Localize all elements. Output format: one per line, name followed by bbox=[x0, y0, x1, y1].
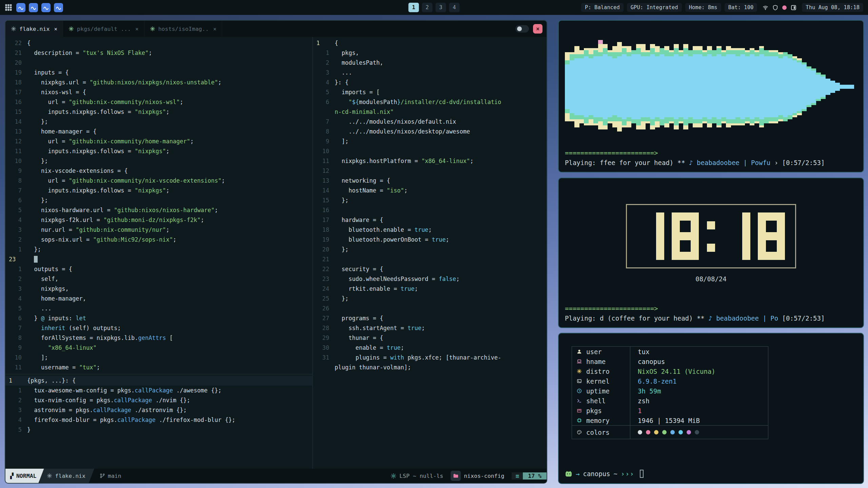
code-line: 15 inputs.nixpkgs.follows = "nixpkgs"; bbox=[5, 107, 312, 117]
code-line: 31 plugins = with pkgs.xfce; [thunar-arc… bbox=[313, 353, 547, 363]
fetch-label: distro bbox=[586, 368, 610, 375]
editor-tab[interactable]: hosts/isoImag..× bbox=[144, 21, 222, 37]
desktop: 1234 P: BalancedGPU: IntegratedHome: 8ms… bbox=[0, 0, 868, 488]
topbar: 1234 P: BalancedGPU: IntegratedHome: 8ms… bbox=[0, 0, 868, 15]
code-line: 7 inherit (self) outputs; bbox=[5, 323, 312, 333]
wifi-icon[interactable] bbox=[763, 5, 768, 11]
code-line: 18 bluetooth.enable = true; bbox=[313, 225, 547, 235]
code-line: 3 ... bbox=[313, 68, 547, 78]
code-line: 23 sudo.wheelNeedsPassword = false; bbox=[313, 274, 547, 284]
fetch-label: uptime bbox=[586, 387, 610, 395]
app-icon[interactable] bbox=[29, 3, 38, 12]
color-dot bbox=[662, 430, 667, 434]
shell-icon bbox=[577, 398, 582, 403]
code-pane-iso[interactable]: 1{1 pkgs,2 modulesPath,3 ...4}: {5 impor… bbox=[313, 37, 547, 469]
code-line: 1 tux-awesome-wm-config = pkgs.callPacka… bbox=[5, 386, 312, 395]
code-line: n-cd-minimal.nix" bbox=[313, 107, 547, 117]
fetch-value: canopus bbox=[630, 358, 665, 365]
track-text: Playing: d (coffee for your head) ** bbox=[565, 314, 708, 322]
nix-icon bbox=[68, 26, 74, 32]
app-icon[interactable] bbox=[16, 3, 25, 12]
track-artist: beabadoobee | Po bbox=[716, 314, 778, 322]
code-line: 6 } @ inputs: let bbox=[5, 313, 312, 323]
code-line: 10 ]; bbox=[5, 353, 312, 363]
fetch-label: hname bbox=[586, 358, 606, 365]
layout-icon[interactable] bbox=[791, 5, 796, 11]
prompt-host: canopus bbox=[583, 470, 610, 477]
box-icon bbox=[577, 408, 582, 413]
workspace-button[interactable]: 4 bbox=[449, 3, 460, 12]
now-playing: Playing: ffee for your head) ** ♪ beabad… bbox=[565, 159, 857, 166]
code-line: 1 pkgs, bbox=[313, 48, 547, 58]
code-line: 13 networking = { bbox=[313, 176, 547, 186]
accent-dot-icon[interactable] bbox=[782, 5, 787, 10]
code-line: 1{pkgs, ...}: { bbox=[5, 376, 312, 386]
terminal-clock[interactable]: 08/08/24 =======================> Playin… bbox=[558, 178, 864, 328]
code-line: 1{ bbox=[313, 38, 547, 48]
workspace-button[interactable]: 3 bbox=[436, 3, 446, 12]
workspace-button[interactable]: 1 bbox=[409, 3, 419, 12]
app-icon[interactable] bbox=[41, 3, 51, 12]
code-line: 24 rtkit.enable = true; bbox=[313, 284, 547, 294]
chip-icon bbox=[577, 418, 582, 423]
code-line: 12 bbox=[313, 166, 547, 176]
code-line: 16 bbox=[313, 205, 547, 215]
terminal-fetch[interactable]: usertuxhnamecanopusdistroNixOS 24.11 (Vi… bbox=[558, 333, 864, 484]
fetch-value: tux bbox=[630, 348, 649, 355]
fetch-label: user bbox=[586, 348, 602, 355]
fetch-row: usertux bbox=[572, 347, 768, 357]
tab-close-icon[interactable]: × bbox=[213, 26, 217, 32]
system-fetch: usertuxhnamecanopusdistroNixOS 24.11 (Vi… bbox=[572, 346, 768, 439]
audio-visualizer bbox=[565, 31, 859, 143]
status-segment: P: Balanced bbox=[581, 3, 624, 12]
code-line: 9 "x86_64-linux" bbox=[5, 343, 312, 353]
fetch-row: kernel6.9.8-zen1 bbox=[572, 376, 768, 386]
editor-tab[interactable]: flake.nix× bbox=[5, 21, 63, 37]
color-dot bbox=[670, 430, 675, 434]
fetch-colors-row: colors bbox=[572, 425, 768, 439]
code-line: 5 nixos-hardware.url = "github:nixos/nix… bbox=[5, 205, 312, 215]
editor-tab[interactable]: pkgs/default ...× bbox=[63, 21, 144, 37]
terminal-visualizer[interactable]: =======================> Playing: ffee f… bbox=[558, 20, 864, 172]
code-line: 28 ssh.startAgent = true; bbox=[313, 323, 547, 333]
terminal-color-dots bbox=[630, 430, 699, 434]
workspace-button[interactable]: 2 bbox=[422, 3, 433, 12]
status-segment: Bat: 100 bbox=[725, 3, 757, 12]
fetch-label: colors bbox=[586, 429, 610, 436]
code-line: 12 url = "github:nix-community/home-mana… bbox=[5, 137, 312, 146]
tab-close-icon[interactable]: × bbox=[54, 26, 57, 32]
code-line: 15 }; bbox=[313, 196, 547, 205]
tab-close-icon[interactable]: × bbox=[135, 26, 139, 32]
shell-prompt[interactable]: → canopus ~ ››› bbox=[565, 470, 857, 478]
code-line: 2 modulesPath, bbox=[313, 58, 547, 68]
tab-label: hosts/isoImag.. bbox=[158, 26, 209, 32]
fetch-label: kernel bbox=[586, 378, 610, 385]
fetch-value: zsh bbox=[630, 397, 649, 405]
code-line: 10 }; bbox=[5, 156, 312, 166]
code-line: 5} bbox=[5, 425, 312, 435]
app-icon[interactable] bbox=[54, 3, 63, 12]
prompt-arrow: → bbox=[576, 470, 579, 477]
nix-icon bbox=[150, 26, 155, 32]
prompt-path: ~ bbox=[614, 470, 617, 477]
window-controls: × bbox=[515, 21, 547, 37]
terminal-cursor bbox=[640, 470, 644, 478]
code-line: 7 inputs.nixpkgs.follows = "nixpkgs"; bbox=[5, 186, 312, 196]
code-line: 1 outputs = { bbox=[5, 264, 312, 274]
code-pane-flake[interactable]: 22{21 description = "tux's NixOS Flake";… bbox=[5, 37, 312, 374]
color-dot bbox=[638, 430, 642, 434]
fetch-value: 3h 59m bbox=[630, 387, 661, 395]
color-dot bbox=[646, 430, 650, 434]
close-window-button[interactable]: × bbox=[533, 24, 542, 34]
toggle-icon[interactable] bbox=[515, 25, 529, 33]
code-line: 9 nix-vscode-extensions = { bbox=[5, 166, 312, 176]
code-pane-pkgs[interactable]: 1{pkgs, ...}: {1 tux-awesome-wm-config =… bbox=[5, 374, 312, 469]
vim-mode-badge: ▞ NORMAL bbox=[5, 469, 44, 483]
apps-grid-icon[interactable] bbox=[5, 4, 12, 11]
statusline: ▞ NORMAL flake.nix main LSP ~ null-ls ni… bbox=[5, 469, 547, 483]
shield-icon[interactable] bbox=[772, 5, 778, 11]
code-line: 30 enable = true; bbox=[313, 343, 547, 353]
prompt-icon bbox=[565, 470, 572, 477]
fetch-row: pkgs1 bbox=[572, 406, 768, 415]
code-line: 8 forAllSystems = nixpkgs.lib.genAttrs [ bbox=[5, 333, 312, 343]
